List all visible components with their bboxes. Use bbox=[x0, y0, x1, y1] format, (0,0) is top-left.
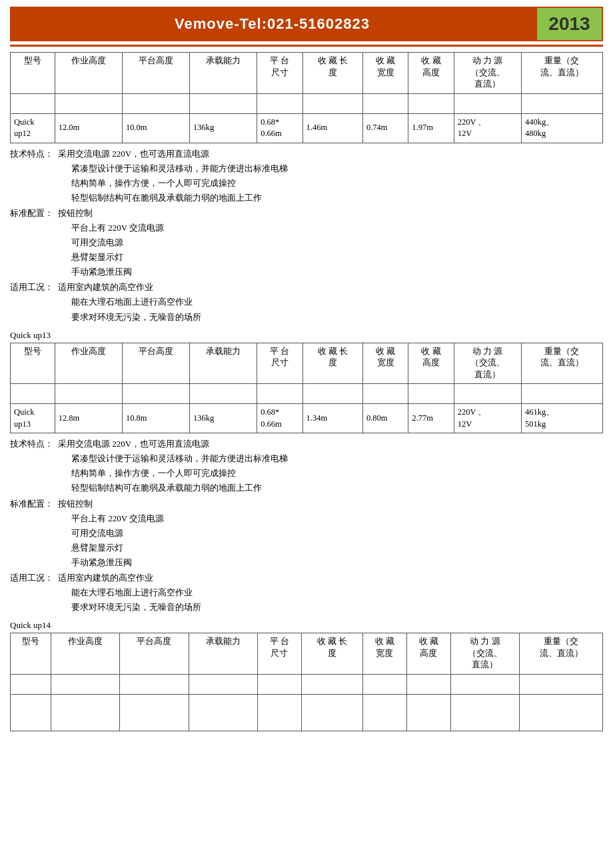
tech-item-3-up12: 结构简单，操作方便，一个人即可完成操控 bbox=[58, 176, 603, 191]
col-header-spacer-1 bbox=[11, 93, 55, 113]
config-item-4-up12: 悬臂架显示灯 bbox=[58, 250, 603, 265]
col-header-spacer-4 bbox=[190, 93, 257, 113]
use-cases-label-up12: 适用工况： bbox=[10, 280, 58, 295]
spacer-4-13 bbox=[190, 384, 257, 404]
spacer-7-13 bbox=[362, 384, 408, 404]
col-h-capacity-13: 承载能力 bbox=[190, 343, 257, 384]
spacer-4-14 bbox=[189, 674, 257, 694]
col-header-working-height: 作业高度 bbox=[55, 53, 122, 94]
tech-label-up13: 技术特点： bbox=[10, 437, 58, 451]
tech-features-row-up13: 技术特点： 采用交流电源 220V，也可选用直流电源 紧凑型设计便于运输和灵活移… bbox=[10, 437, 603, 495]
cell-power-up12: 220V 、12V bbox=[454, 113, 521, 143]
col-h-working-height-13: 作业高度 bbox=[55, 343, 122, 384]
separator-line bbox=[10, 45, 603, 47]
use-cases-content-up13: 适用室内建筑的高空作业 能在大理石地面上进行高空作业 要求对环境无污染，无噪音的… bbox=[58, 571, 603, 615]
cell-folded-width-up14 bbox=[363, 694, 407, 731]
col-h-weight-13: 重量（交流、直流） bbox=[521, 343, 602, 384]
col-h-power-14: 动 力 源（交流、直流） bbox=[450, 633, 519, 675]
cell-platform-size-up12: 0.68*0.66m bbox=[257, 113, 303, 143]
cell-folded-length-up14 bbox=[301, 694, 362, 731]
std-config-row-up13: 标准配置： 按钮控制 平台上有 220V 交流电源 可用交流电源 悬臂架显示灯 … bbox=[10, 497, 603, 570]
spec-table-up12: 型号 作业高度 平台高度 承载能力 平 台尺寸 收 藏 长度 收 藏宽度 收 藏… bbox=[10, 52, 603, 143]
spacer-6-13 bbox=[303, 384, 362, 404]
cell-platform-height-up12: 10.0m bbox=[122, 113, 189, 143]
std-config-content-up12: 按钮控制 平台上有 220V 交流电源 可用交流电源 悬臂架显示灯 手动紧急泄压… bbox=[58, 206, 603, 279]
desc-block-up13: 技术特点： 采用交流电源 220V，也可选用直流电源 紧凑型设计便于运输和灵活移… bbox=[10, 437, 603, 615]
cell-weight-up14 bbox=[520, 694, 603, 731]
tech-item-4-up12: 轻型铝制结构可在脆弱及承载能力弱的地面上工作 bbox=[58, 191, 603, 205]
spacer-5-13 bbox=[257, 384, 303, 404]
std-config-label-up12: 标准配置： bbox=[10, 206, 58, 221]
use-item-2-up12: 能在大理石地面上进行高空作业 bbox=[58, 295, 603, 309]
spacer-6-14 bbox=[301, 674, 362, 694]
spacer-9-14 bbox=[450, 674, 519, 694]
spacer-3-14 bbox=[120, 674, 189, 694]
col-header-platform-height: 平台高度 bbox=[122, 53, 189, 94]
tech-item-1-up13: 采用交流电源 220V，也可选用直流电源 bbox=[58, 437, 603, 451]
col-header-spacer-5 bbox=[257, 93, 303, 113]
col-header-weight: 重量（交流、直流） bbox=[521, 53, 602, 94]
config-item-2-up13: 平台上有 220V 交流电源 bbox=[58, 511, 603, 526]
cell-model-up14 bbox=[11, 694, 51, 731]
col-header-spacer-6 bbox=[303, 93, 362, 113]
spec-table-up13: 型号 作业高度 平台高度 承载能力 平 台尺寸 收 藏 长度 收 藏宽度 收 藏… bbox=[10, 343, 603, 434]
config-item-1-up12: 按钮控制 bbox=[58, 206, 603, 221]
spacer-1-14 bbox=[11, 674, 51, 694]
col-header-capacity: 承载能力 bbox=[190, 53, 257, 94]
config-item-5-up12: 手动紧急泄压阀 bbox=[58, 265, 603, 279]
spacer-8-14 bbox=[406, 674, 450, 694]
use-item-1-up12: 适用室内建筑的高空作业 bbox=[58, 280, 603, 295]
desc-block-up12: 技术特点： 采用交流电源 220V，也可选用直流电源 紧凑型设计便于运输和灵活移… bbox=[10, 147, 603, 325]
tech-features-row-up12: 技术特点： 采用交流电源 220V，也可选用直流电源 紧凑型设计便于运输和灵活移… bbox=[10, 147, 603, 205]
col-header-power: 动 力 源（交流、直流） bbox=[454, 53, 521, 94]
col-h-platform-height-14: 平台高度 bbox=[120, 633, 189, 675]
col-header-folded-length: 收 藏 长度 bbox=[303, 53, 362, 94]
cell-weight-up12: 440kg、480kg bbox=[521, 113, 602, 143]
col-h-model-14: 型号 bbox=[11, 633, 51, 675]
tech-content-up13: 采用交流电源 220V，也可选用直流电源 紧凑型设计便于运输和灵活移动，并能方便… bbox=[58, 437, 603, 495]
use-cases-row-up13: 适用工况： 适用室内建筑的高空作业 能在大理石地面上进行高空作业 要求对环境无污… bbox=[10, 571, 603, 615]
col-h-working-height-14: 作业高度 bbox=[51, 633, 119, 675]
cell-folded-height-up13: 2.77m bbox=[408, 404, 454, 433]
cell-working-height-up14 bbox=[51, 694, 119, 731]
cell-working-height-up13: 12.8m bbox=[55, 404, 122, 433]
spacer-10-14 bbox=[520, 674, 603, 694]
use-item-3-up13: 要求对环境无污染，无噪音的场所 bbox=[58, 600, 603, 615]
col-h-folded-height-13: 收 藏高度 bbox=[408, 343, 454, 384]
section-label-up13: Quick up13 bbox=[10, 330, 603, 341]
cell-capacity-up12: 136kg bbox=[190, 113, 257, 143]
use-cases-row-up12: 适用工况： 适用室内建筑的高空作业 能在大理石地面上进行高空作业 要求对环境无污… bbox=[10, 280, 603, 324]
cell-model-up13: Quickup13 bbox=[11, 404, 55, 433]
cell-working-height-up12: 12.0m bbox=[55, 113, 122, 143]
col-h-folded-length-14: 收 藏 长度 bbox=[301, 633, 362, 675]
section-label-up14: Quick up14 bbox=[10, 620, 603, 631]
tech-item-4-up13: 轻型铝制结构可在脆弱及承载能力弱的地面上工作 bbox=[58, 481, 603, 495]
col-h-platform-size-13: 平 台尺寸 bbox=[257, 343, 303, 384]
cell-folded-width-up13: 0.80m bbox=[362, 404, 408, 433]
cell-power-up13: 220V 、12V bbox=[454, 404, 521, 433]
page-header: Vemove-Tel:021-51602823 2013 bbox=[10, 7, 603, 41]
col-h-folded-length-13: 收 藏 长度 bbox=[303, 343, 362, 384]
col-header-spacer-10 bbox=[521, 93, 602, 113]
cell-platform-size-up14 bbox=[257, 694, 301, 731]
col-header-spacer-8 bbox=[408, 93, 454, 113]
col-h-capacity-14: 承载能力 bbox=[189, 633, 257, 675]
spacer-5-14 bbox=[257, 674, 301, 694]
spacer-10-13 bbox=[521, 384, 602, 404]
tech-item-1-up12: 采用交流电源 220V，也可选用直流电源 bbox=[58, 147, 603, 161]
tech-item-3-up13: 结构简单，操作方便，一个人即可完成操控 bbox=[58, 466, 603, 481]
tech-item-2-up12: 紧凑型设计便于运输和灵活移动，并能方便进出标准电梯 bbox=[58, 161, 603, 176]
col-header-spacer-9 bbox=[454, 93, 521, 113]
cell-platform-size-up13: 0.68*0.66m bbox=[257, 404, 303, 433]
cell-folded-width-up12: 0.74m bbox=[362, 113, 408, 143]
spec-table-up14: 型号 作业高度 平台高度 承载能力 平 台尺寸 收 藏 长度 收 藏宽度 收 藏… bbox=[10, 633, 603, 731]
col-h-model-13: 型号 bbox=[11, 343, 55, 384]
col-header-spacer-2 bbox=[55, 93, 122, 113]
col-header-spacer-3 bbox=[122, 93, 189, 113]
cell-power-up14 bbox=[450, 694, 519, 731]
col-header-folded-width: 收 藏宽度 bbox=[362, 53, 408, 94]
col-h-folded-height-14: 收 藏高度 bbox=[406, 633, 450, 675]
std-config-row-up12: 标准配置： 按钮控制 平台上有 220V 交流电源 可用交流电源 悬臂架显示灯 … bbox=[10, 206, 603, 279]
tech-content-up12: 采用交流电源 220V，也可选用直流电源 紧凑型设计便于运输和灵活移动，并能方便… bbox=[58, 147, 603, 205]
use-item-1-up13: 适用室内建筑的高空作业 bbox=[58, 571, 603, 585]
